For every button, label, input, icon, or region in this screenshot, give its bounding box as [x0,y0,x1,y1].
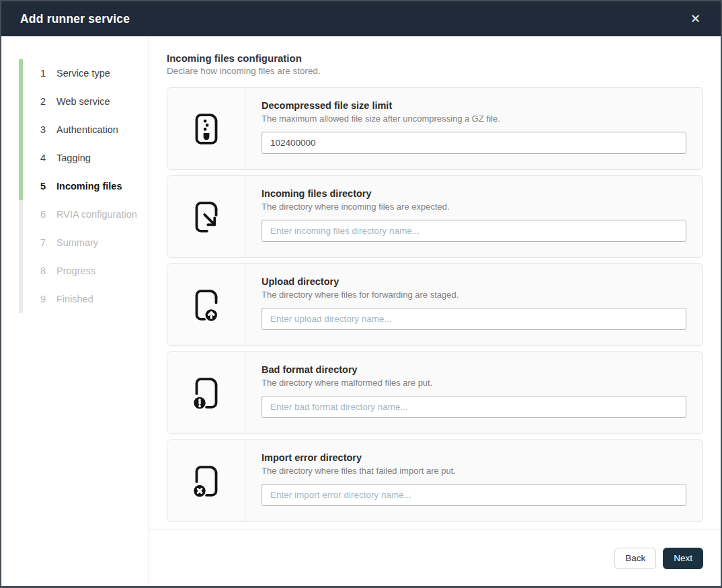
incoming-file-icon [187,198,226,237]
dialog-footer: Back Next [149,530,721,586]
step-label: Tagging [56,153,91,163]
step-number: 1 [38,68,48,79]
card-bad-format-directory: Bad format directory The directory where… [167,351,703,434]
step-label: Finished [56,294,93,304]
back-button[interactable]: Back [614,548,656,569]
step-label: Summary [56,237,98,248]
step-number: 8 [38,265,48,276]
step-number: 9 [38,294,48,304]
sidebar-step-incoming-files[interactable]: 5 Incoming files [19,172,149,200]
incoming-files-directory-input[interactable] [262,220,686,242]
main-panel: Incoming files configuration Declare how… [149,36,721,586]
card-icon-panel [167,88,245,169]
import-error-directory-input[interactable] [262,484,686,506]
card-icon-panel [167,352,245,433]
step-content: Incoming files configuration Declare how… [149,36,721,528]
wizard-steps: 1 Service type 2 Web service 3 Authentic… [19,59,149,313]
card-description: The directory where malformed files are … [262,378,686,388]
card-icon-panel [167,264,245,345]
step-label: RVIA configuration [56,209,137,220]
next-button[interactable]: Next [663,548,703,569]
card-description: The directory where files for forwarding… [262,290,686,300]
step-number: 6 [38,209,48,220]
card-title: Incoming files directory [262,188,686,199]
upload-directory-input[interactable] [262,308,686,330]
sidebar-step-summary[interactable]: 7 Summary [19,228,149,257]
wizard-sidebar: 1 Service type 2 Web service 3 Authentic… [1,36,149,586]
close-icon[interactable]: ✕ [686,10,705,28]
step-number: 3 [38,124,48,135]
card-title: Bad format directory [262,364,686,375]
step-label: Incoming files [56,181,122,192]
import-error-file-icon [187,462,226,501]
sidebar-step-finished[interactable]: 9 Finished [19,285,149,313]
card-icon-panel [167,440,245,521]
dialog-header: Add runner service ✕ [1,1,721,36]
sidebar-step-service-type[interactable]: 1 Service type [19,59,149,87]
config-cards: Decompressed file size limit The maximum… [167,87,703,522]
page-subtitle: Declare how incoming files are stored. [167,66,703,76]
sidebar-step-rvia-configuration[interactable]: 6 RVIA configuration [19,200,149,228]
card-decompressed-file-size-limit: Decompressed file size limit The maximum… [167,87,703,170]
sidebar-step-tagging[interactable]: 4 Tagging [19,144,149,172]
step-number: 2 [38,96,48,107]
sidebar-step-authentication[interactable]: 3 Authentication [19,116,149,144]
step-label: Service type [56,68,110,79]
step-label: Authentication [56,124,118,135]
step-label: Progress [56,265,95,276]
zip-file-icon [187,110,226,149]
dialog-body: 1 Service type 2 Web service 3 Authentic… [1,36,721,586]
card-description: The directory where incoming files are e… [262,202,686,212]
step-number: 7 [38,237,48,248]
card-title: Upload directory [262,276,686,287]
card-upload-directory: Upload directory The directory where fil… [167,263,703,346]
card-incoming-files-directory: Incoming files directory The directory w… [167,175,703,258]
dialog-title: Add runner service [20,12,130,26]
step-number: 5 [38,181,48,192]
step-label: Web service [56,96,110,107]
decompressed-file-size-limit-input[interactable] [262,132,686,154]
card-description: The maximum allowed file size after unco… [262,114,686,124]
card-import-error-directory: Import error directory The directory whe… [167,439,703,522]
add-runner-service-dialog: Add runner service ✕ 1 Service type 2 We… [0,0,722,588]
sidebar-step-web-service[interactable]: 2 Web service [19,87,149,116]
sidebar-step-progress[interactable]: 8 Progress [19,257,149,285]
card-title: Import error directory [262,452,686,463]
page-title: Incoming files configuration [167,52,703,64]
step-number: 4 [38,153,48,163]
card-title: Decompressed file size limit [262,100,686,111]
bad-format-file-icon [187,374,226,413]
bad-format-directory-input[interactable] [262,396,686,418]
upload-file-icon [187,286,226,325]
card-icon-panel [167,176,245,257]
card-description: The directory where files that failed im… [262,466,686,476]
